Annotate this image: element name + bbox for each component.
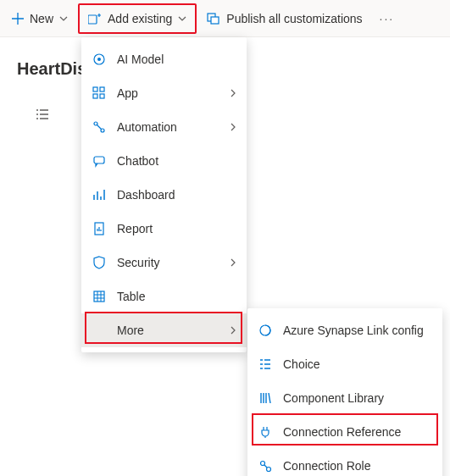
menu-item-automation[interactable]: Automation bbox=[81, 110, 247, 144]
add-existing-menu: AI Model App Automation Chatbot Dashboar… bbox=[81, 37, 247, 352]
menu-item-label: Security bbox=[117, 256, 219, 269]
svg-point-4 bbox=[97, 58, 101, 61]
publish-label: Publish all customizations bbox=[226, 12, 362, 25]
menu-item-app[interactable]: App bbox=[81, 76, 247, 110]
table-icon bbox=[92, 290, 107, 303]
publish-icon bbox=[207, 13, 220, 25]
report-icon bbox=[92, 222, 107, 235]
menu-item-report[interactable]: Report bbox=[81, 212, 247, 246]
shield-icon bbox=[92, 256, 107, 269]
svg-rect-8 bbox=[100, 94, 104, 98]
submenu-item-choice[interactable]: Choice bbox=[247, 347, 442, 381]
menu-item-label: Automation bbox=[117, 120, 219, 134]
menu-item-ai-model[interactable]: AI Model bbox=[81, 42, 247, 76]
svg-rect-7 bbox=[93, 94, 97, 98]
more-submenu: Azure Synapse Link config Choice Compone… bbox=[247, 308, 442, 476]
svg-rect-13 bbox=[94, 291, 104, 302]
submenu-item-label: Component Library bbox=[283, 391, 384, 405]
chatbot-icon bbox=[92, 154, 107, 168]
chevron-down-icon bbox=[59, 14, 68, 23]
menu-item-label: Chatbot bbox=[117, 154, 236, 168]
submenu-item-connection-reference[interactable]: Connection Reference bbox=[247, 415, 442, 449]
publish-button[interactable]: Publish all customizations bbox=[198, 3, 370, 34]
chevron-right-icon bbox=[230, 123, 236, 131]
new-button-label: New bbox=[30, 12, 53, 25]
app-icon bbox=[92, 86, 107, 100]
svg-rect-5 bbox=[93, 87, 97, 91]
menu-item-chatbot[interactable]: Chatbot bbox=[81, 144, 247, 178]
add-existing-button[interactable]: Add existing bbox=[78, 3, 197, 34]
menu-item-more[interactable]: More bbox=[81, 313, 247, 347]
overflow-button[interactable]: ··· bbox=[373, 3, 402, 34]
choice-icon bbox=[258, 357, 273, 371]
menu-item-table[interactable]: Table bbox=[81, 280, 247, 313]
submenu-item-label: Azure Synapse Link config bbox=[283, 324, 424, 337]
chevron-down-icon bbox=[178, 14, 186, 23]
dashboard-icon bbox=[92, 188, 107, 202]
menu-item-label: More bbox=[117, 324, 219, 337]
list-view-icon[interactable] bbox=[31, 102, 54, 126]
plus-icon bbox=[12, 13, 24, 25]
library-icon bbox=[258, 391, 273, 405]
automation-icon bbox=[92, 120, 107, 134]
add-existing-label: Add existing bbox=[108, 12, 172, 25]
submenu-item-label: Connection Role bbox=[283, 459, 371, 473]
svg-point-16 bbox=[267, 468, 271, 472]
submenu-item-component-library[interactable]: Component Library bbox=[247, 381, 442, 415]
submenu-item-azure-synapse[interactable]: Azure Synapse Link config bbox=[247, 313, 442, 347]
command-bar: New Add existing Publish all customizati… bbox=[0, 0, 450, 37]
menu-item-label: Dashboard bbox=[117, 188, 236, 202]
new-button[interactable]: New bbox=[3, 3, 76, 34]
menu-item-label: AI Model bbox=[117, 53, 236, 66]
menu-item-dashboard[interactable]: Dashboard bbox=[81, 178, 247, 212]
chevron-right-icon bbox=[230, 89, 236, 97]
svg-point-15 bbox=[261, 462, 265, 466]
ai-model-icon bbox=[92, 53, 107, 66]
submenu-item-label: Connection Reference bbox=[283, 425, 401, 439]
submenu-item-connection-role[interactable]: Connection Role bbox=[247, 449, 442, 476]
svg-rect-11 bbox=[94, 157, 104, 163]
svg-rect-0 bbox=[88, 15, 97, 24]
svg-rect-2 bbox=[211, 17, 219, 24]
svg-rect-6 bbox=[100, 87, 104, 91]
menu-item-security[interactable]: Security bbox=[81, 246, 247, 280]
submenu-item-label: Choice bbox=[283, 357, 320, 371]
chevron-right-icon bbox=[230, 258, 236, 267]
connection-role-icon bbox=[258, 459, 273, 473]
chevron-right-icon bbox=[230, 326, 236, 335]
menu-item-label: Table bbox=[117, 290, 236, 303]
plug-icon bbox=[258, 425, 273, 439]
synapse-icon bbox=[258, 324, 273, 337]
add-existing-icon bbox=[88, 13, 102, 25]
menu-item-label: App bbox=[117, 86, 219, 100]
menu-item-label: Report bbox=[117, 222, 236, 235]
